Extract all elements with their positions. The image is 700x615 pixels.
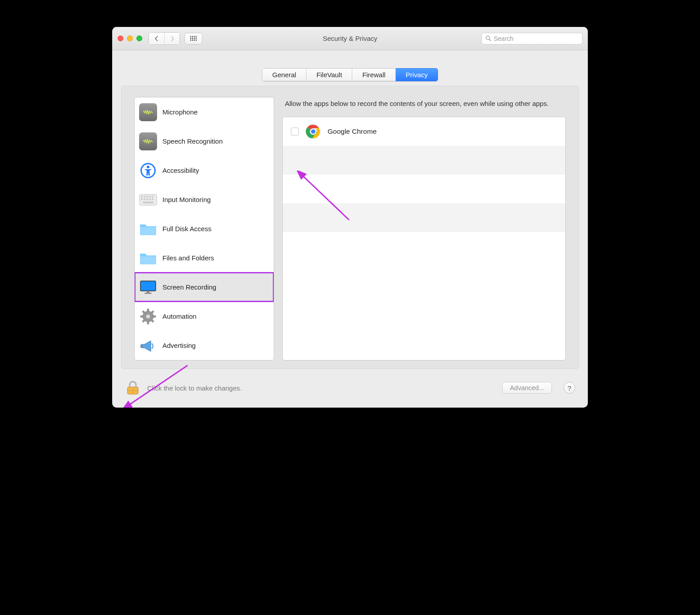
sidebar-item-label: Files and Folders [162,254,214,262]
lock-icon[interactable] [125,380,141,396]
svg-line-1 [489,39,491,41]
svg-point-4 [147,166,149,168]
tab-firewall[interactable]: Firewall [352,68,396,81]
sidebar-item-accessibility[interactable]: Accessibility [135,156,274,185]
display-icon [139,278,157,296]
svg-rect-12 [144,198,145,200]
svg-rect-19 [144,293,152,294]
svg-rect-14 [149,198,151,200]
detail-panel: Allow the apps below to record the conte… [282,97,566,360]
chrome-icon [305,123,321,140]
show-all-button[interactable] [184,33,202,44]
app-row-empty [283,146,565,175]
back-button[interactable] [149,33,164,44]
search-icon [486,35,491,41]
preferences-window: Security & Privacy General FileVault Fir… [112,27,588,408]
sidebar-item-microphone[interactable]: Microphone [135,97,274,127]
sidebar-item-files-folders[interactable]: Files and Folders [135,243,274,272]
sidebar-item-full-disk[interactable]: Full Disk Access [135,214,274,243]
minimize-button[interactable] [127,35,133,41]
svg-rect-15 [152,198,153,200]
advanced-button[interactable]: Advanced... [502,382,552,394]
svg-rect-10 [152,196,153,198]
svg-rect-6 [141,196,143,198]
search-field[interactable] [481,33,582,44]
svg-rect-16 [143,202,153,203]
svg-rect-13 [146,198,148,200]
folder-icon [139,220,157,238]
gear-icon [139,308,157,325]
sidebar-item-speech[interactable]: Speech Recognition [135,127,274,156]
app-list: Google Chrome [282,117,566,360]
search-input[interactable] [494,35,578,42]
keyboard-icon [139,191,157,209]
svg-rect-7 [144,196,145,198]
tab-privacy[interactable]: Privacy [396,68,438,81]
zoom-button[interactable] [136,35,142,41]
microphone-icon [139,103,157,121]
tab-general[interactable]: General [262,68,306,81]
sidebar-item-input-monitoring[interactable]: Input Monitoring [135,185,274,214]
traffic-lights [118,35,142,41]
app-name: Google Chrome [328,127,376,136]
svg-rect-21 [147,309,149,312]
megaphone-icon [139,337,157,355]
main-content: Microphone Speech Recognition Acc [121,86,579,369]
sidebar-item-label: Input Monitoring [162,196,211,203]
svg-rect-8 [146,196,148,198]
close-button[interactable] [118,35,123,41]
svg-point-22 [146,314,150,319]
sidebar-item-label: Screen Recording [162,283,216,291]
sidebar-item-label: Advertising [162,342,196,349]
svg-rect-23 [140,344,142,348]
forward-button[interactable] [164,33,179,44]
sidebar-item-label: Automation [162,312,197,320]
app-checkbox[interactable] [291,127,299,136]
sidebar-item-label: Accessibility [162,167,199,174]
sidebar-item-automation[interactable]: Automation [135,302,274,331]
titlebar: Security & Privacy [112,27,588,50]
tab-filevault[interactable]: FileVault [306,68,352,81]
panel-description: Allow the apps below to record the conte… [282,97,566,117]
footer: Click the lock to make changes. Advanced… [112,377,588,408]
app-row[interactable]: Google Chrome [283,117,565,146]
sidebar-item-label: Microphone [162,108,197,116]
svg-rect-18 [147,291,149,293]
app-row-empty [283,175,565,203]
grid-icon [190,36,197,41]
sidebar-item-screen-recording[interactable]: Screen Recording [135,272,274,302]
speech-icon [139,132,157,150]
sidebar-item-label: Full Disk Access [162,225,211,233]
svg-rect-17 [140,281,156,291]
app-row-empty [283,203,565,232]
svg-rect-9 [149,196,151,198]
folder-icon [139,249,157,267]
svg-point-26 [311,129,316,134]
nav-buttons [149,32,180,45]
privacy-sidebar: Microphone Speech Recognition Acc [134,97,274,360]
svg-rect-11 [141,198,143,200]
sidebar-item-label: Speech Recognition [162,137,223,145]
sidebar-item-advertising[interactable]: Advertising [135,331,274,360]
accessibility-icon [139,162,157,180]
lock-text: Click the lock to make changes. [147,384,242,392]
tab-bar: General FileVault Firewall Privacy [112,50,588,81]
help-button[interactable]: ? [564,382,575,394]
